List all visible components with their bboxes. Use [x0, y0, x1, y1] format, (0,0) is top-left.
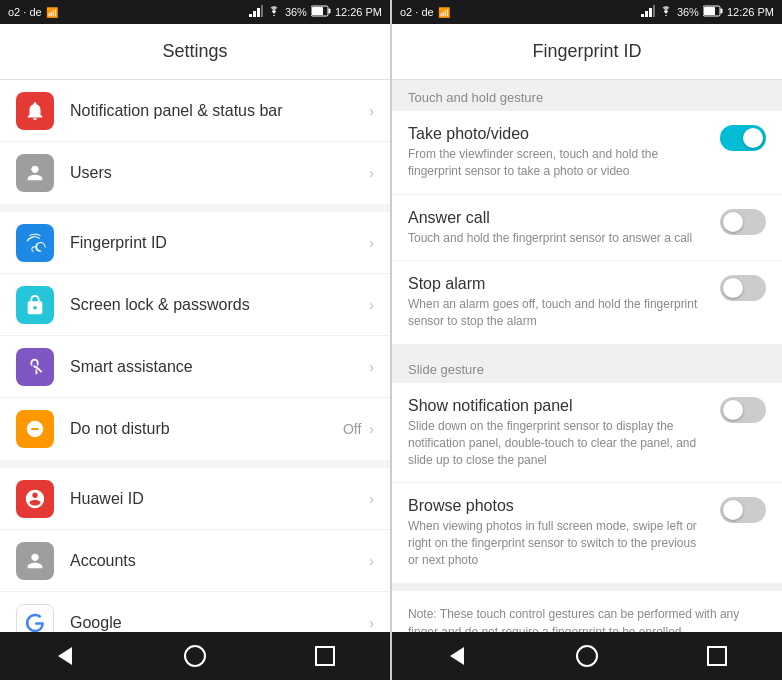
section-header-touch: Touch and hold gesture: [392, 80, 782, 111]
accounts-chevron: ›: [369, 553, 374, 569]
fp-stop-alarm-title: Stop alarm: [408, 275, 708, 293]
fp-item-answer-call: Answer call Touch and hold the fingerpri…: [392, 195, 782, 262]
settings-group-3: Huawei ID › Accounts › Google: [0, 468, 390, 632]
fp-show-notif-title: Show notification panel: [408, 397, 708, 415]
recent-button-left[interactable]: [305, 636, 345, 676]
bottom-nav-right: [392, 632, 782, 680]
fp-item-stop-alarm: Stop alarm When an alarm goes off, touch…: [392, 261, 782, 344]
settings-item-huaweiid[interactable]: Huawei ID ›: [0, 468, 390, 530]
home-button-left[interactable]: [175, 636, 215, 676]
fp-item-take-photo-text: Take photo/video From the viewfinder scr…: [408, 125, 708, 180]
google-label: Google: [70, 614, 369, 632]
screenlock-icon: [16, 286, 54, 324]
users-chevron: ›: [369, 165, 374, 181]
screenlock-chevron: ›: [369, 297, 374, 313]
google-chevron: ›: [369, 615, 374, 631]
svg-rect-0: [249, 14, 252, 17]
toggle-stop-alarm[interactable]: [720, 275, 766, 301]
toggle-show-notif-area: [720, 397, 766, 423]
status-carrier-right: o2 · de 📶: [400, 6, 450, 18]
screenlock-label: Screen lock & passwords: [70, 296, 369, 314]
toggle-take-photo[interactable]: [720, 125, 766, 151]
fingerprint-chevron: ›: [369, 235, 374, 251]
status-bar-left: o2 · de 📶 36%: [0, 0, 390, 24]
time-left: 12:26 PM: [335, 6, 382, 18]
notification-label: Notification panel & status bar: [70, 102, 369, 120]
settings-item-donotdisturb[interactable]: Do not disturb Off ›: [0, 398, 390, 460]
settings-list: Notification panel & status bar › Users …: [0, 80, 390, 632]
settings-group-1: Notification panel & status bar › Users …: [0, 80, 390, 204]
users-label: Users: [70, 164, 369, 182]
fp-browse-photos-desc: When viewing photos in full screen mode,…: [408, 518, 708, 568]
sim-icon: 📶: [46, 7, 58, 18]
bottom-nav-left: [0, 632, 390, 680]
settings-panel: o2 · de 📶 36%: [0, 0, 390, 680]
status-right-right: 36% 12:26 PM: [641, 5, 774, 19]
toggle-browse-photos[interactable]: [720, 497, 766, 523]
status-bar-right: o2 · de 📶 36%: [392, 0, 782, 24]
donotdisturb-value: Off: [343, 421, 361, 437]
fp-item-show-notif-text: Show notification panel Slide down on th…: [408, 397, 708, 468]
battery-icon-left: [311, 5, 331, 19]
toggle-browse-photos-area: [720, 497, 766, 523]
settings-item-google[interactable]: Google ›: [0, 592, 390, 632]
fp-header: Fingerprint ID: [392, 24, 782, 80]
section-header-slide: Slide gesture: [392, 352, 782, 383]
accounts-label: Accounts: [70, 552, 369, 570]
donotdisturb-label: Do not disturb: [70, 420, 343, 438]
settings-item-accounts[interactable]: Accounts ›: [0, 530, 390, 592]
toggle-take-photo-area: [720, 125, 766, 151]
fp-answer-call-title: Answer call: [408, 209, 708, 227]
fp-browse-photos-title: Browse photos: [408, 497, 708, 515]
smartassist-icon: [16, 348, 54, 386]
notification-chevron: ›: [369, 103, 374, 119]
settings-item-screenlock[interactable]: Screen lock & passwords ›: [0, 274, 390, 336]
toggle-stop-alarm-thumb: [723, 278, 743, 298]
settings-header: Settings: [0, 24, 390, 80]
back-button-left[interactable]: [45, 636, 85, 676]
google-icon: [16, 604, 54, 632]
fp-item-browse-photos-text: Browse photos When viewing photos in ful…: [408, 497, 708, 568]
status-right-left: 36% 12:26 PM: [249, 5, 382, 19]
home-button-right[interactable]: [567, 636, 607, 676]
settings-item-smartassist[interactable]: Smart assistance ›: [0, 336, 390, 398]
toggle-answer-call-thumb: [723, 212, 743, 232]
svg-rect-2: [257, 8, 260, 17]
svg-rect-7: [641, 14, 644, 17]
battery-percent-left: 36%: [285, 6, 307, 18]
donotdisturb-icon: [16, 410, 54, 448]
toggle-show-notif-thumb: [723, 400, 743, 420]
battery-percent-right: 36%: [677, 6, 699, 18]
huaweiid-label: Huawei ID: [70, 490, 369, 508]
fp-content: Touch and hold gesture Take photo/video …: [392, 80, 782, 632]
settings-item-fingerprint[interactable]: Fingerprint ID ›: [0, 212, 390, 274]
fp-item-show-notification: Show notification panel Slide down on th…: [392, 383, 782, 483]
svg-rect-10: [653, 5, 655, 17]
carrier-text-right: o2 · de: [400, 6, 434, 18]
settings-item-notification[interactable]: Notification panel & status bar ›: [0, 80, 390, 142]
fp-title: Fingerprint ID: [532, 41, 641, 62]
fp-item-stop-alarm-text: Stop alarm When an alarm goes off, touch…: [408, 275, 708, 330]
carrier-text-left: o2 · de: [8, 6, 42, 18]
toggle-show-notif[interactable]: [720, 397, 766, 423]
wifi-icon-left: [267, 5, 281, 19]
svg-rect-5: [328, 9, 330, 14]
donotdisturb-chevron: ›: [369, 421, 374, 437]
smartassist-label: Smart assistance: [70, 358, 369, 376]
huaweiid-icon: [16, 480, 54, 518]
recent-button-right[interactable]: [697, 636, 737, 676]
toggle-stop-alarm-area: [720, 275, 766, 301]
svg-rect-9: [649, 8, 652, 17]
battery-icon-right: [703, 5, 723, 19]
fp-stop-alarm-desc: When an alarm goes off, touch and hold t…: [408, 296, 708, 330]
signal-icon-right: [641, 5, 655, 19]
svg-rect-1: [253, 11, 256, 17]
settings-item-users[interactable]: Users ›: [0, 142, 390, 204]
toggle-take-photo-thumb: [743, 128, 763, 148]
back-button-right[interactable]: [437, 636, 477, 676]
svg-rect-3: [261, 5, 263, 17]
sim-icon-right: 📶: [438, 7, 450, 18]
accounts-icon: [16, 542, 54, 580]
toggle-answer-call[interactable]: [720, 209, 766, 235]
fingerprint-label: Fingerprint ID: [70, 234, 369, 252]
